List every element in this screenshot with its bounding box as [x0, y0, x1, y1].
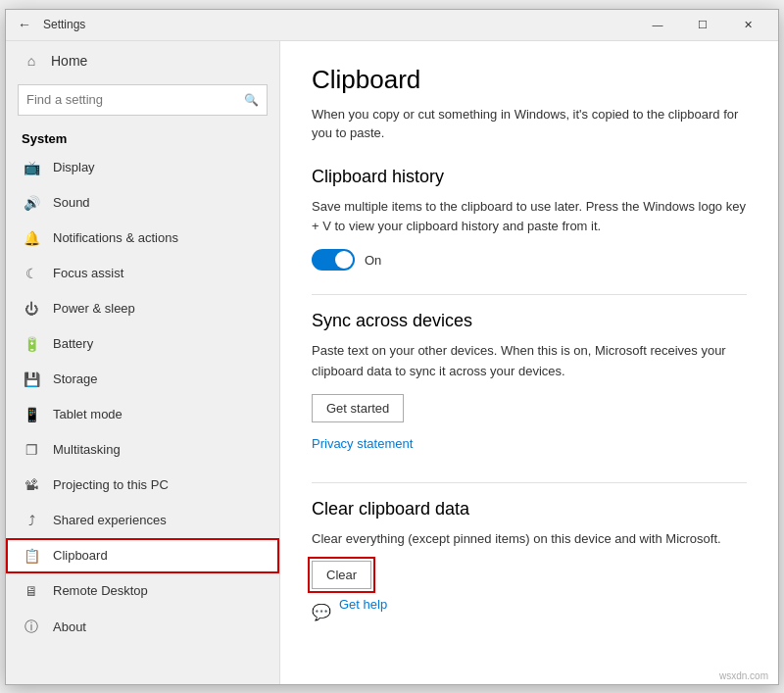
sidebar-item-clipboard[interactable]: 📋 Clipboard	[6, 538, 279, 573]
close-button[interactable]: ✕	[725, 9, 770, 40]
history-desc: Save multiple items to the clipboard to …	[312, 197, 747, 238]
watermark: wsxdn.com	[719, 670, 768, 681]
sidebar-item-label: Power & sleep	[53, 301, 135, 316]
maximize-button[interactable]: ☐	[680, 9, 725, 40]
toggle-label: On	[365, 253, 381, 268]
history-toggle-row: On	[312, 249, 747, 271]
sidebar-item-sound[interactable]: 🔊 Sound	[6, 185, 279, 221]
sidebar-item-label: Multitasking	[53, 442, 121, 457]
get-help-link[interactable]: Get help	[339, 597, 387, 612]
help-icon: 💬	[312, 603, 331, 621]
search-icon: 🔍	[244, 93, 259, 107]
notifications-icon: 🔔	[22, 230, 41, 246]
sidebar-item-label: Sound	[53, 195, 90, 210]
sidebar-item-label: Shared experiences	[53, 513, 167, 527]
window-title: Settings	[43, 18, 85, 31]
page-title: Clipboard	[312, 65, 747, 95]
back-button[interactable]: ←	[14, 13, 35, 36]
sidebar-item-label: About	[53, 619, 86, 634]
sync-desc: Paste text on your other devices. When t…	[312, 341, 747, 382]
tablet-icon: 📱	[22, 407, 41, 422]
display-icon: 📺	[22, 160, 41, 175]
multitasking-icon: ❐	[22, 442, 41, 458]
remote-icon: 🖥	[22, 583, 41, 599]
main-content: ⌂ Home 🔍 System 📺 Display 🔊 Sound 🔔 Noti	[6, 41, 778, 684]
sidebar: ⌂ Home 🔍 System 📺 Display 🔊 Sound 🔔 Noti	[6, 41, 280, 684]
sidebar-item-storage[interactable]: 💾 Storage	[6, 362, 279, 397]
sidebar-item-home[interactable]: ⌂ Home	[6, 41, 279, 80]
sidebar-item-about[interactable]: ⓘ About	[6, 609, 279, 646]
sidebar-item-shared[interactable]: ⤴ Shared experiences	[6, 503, 279, 538]
battery-icon: 🔋	[22, 336, 41, 352]
sidebar-item-power[interactable]: ⏻ Power & sleep	[6, 291, 279, 326]
about-icon: ⓘ	[22, 619, 41, 636]
settings-window: ← Settings — ☐ ✕ ⌂ Home 🔍 System	[5, 9, 779, 685]
sidebar-item-label: Display	[53, 160, 95, 174]
sidebar-item-display[interactable]: 📺 Display	[6, 150, 279, 185]
sound-icon: 🔊	[22, 195, 41, 211]
get-started-button[interactable]: Get started	[312, 394, 404, 422]
sidebar-item-tablet[interactable]: 📱 Tablet mode	[6, 397, 279, 432]
power-icon: ⏻	[22, 301, 41, 317]
privacy-link[interactable]: Privacy statement	[312, 436, 413, 451]
titlebar-left: ← Settings	[14, 13, 85, 36]
history-title: Clipboard history	[312, 167, 747, 187]
sidebar-item-notifications[interactable]: 🔔 Notifications & actions	[6, 221, 279, 256]
content-area: Clipboard When you copy or cut something…	[280, 41, 778, 684]
sidebar-item-label: Storage	[53, 371, 98, 386]
clear-desc: Clear everything (except pinned items) o…	[312, 529, 747, 550]
sidebar-item-multitasking[interactable]: ❐ Multitasking	[6, 432, 279, 468]
sidebar-item-remote[interactable]: 🖥 Remote Desktop	[6, 573, 279, 609]
sidebar-item-projecting[interactable]: 📽 Projecting to this PC	[6, 468, 279, 503]
sidebar-item-label: Tablet mode	[53, 407, 122, 421]
storage-icon: 💾	[22, 371, 41, 387]
page-description: When you copy or cut something in Window…	[312, 105, 747, 143]
sync-title: Sync across devices	[312, 311, 747, 331]
clear-title: Clear clipboard data	[312, 499, 747, 520]
divider-2	[312, 482, 747, 483]
focus-icon: ☾	[22, 266, 41, 281]
sidebar-item-label: Clipboard	[53, 548, 108, 563]
home-icon: ⌂	[22, 53, 41, 69]
search-input[interactable]	[26, 92, 244, 107]
clear-button[interactable]: Clear	[312, 561, 371, 589]
divider-1	[312, 294, 747, 295]
clipboard-icon: 📋	[22, 548, 41, 564]
shared-icon: ⤴	[22, 513, 41, 528]
help-row: 💬 Get help	[312, 597, 747, 627]
projecting-icon: 📽	[22, 477, 41, 493]
sidebar-item-battery[interactable]: 🔋 Battery	[6, 326, 279, 362]
search-box: 🔍	[18, 84, 268, 116]
titlebar: ← Settings — ☐ ✕	[6, 10, 778, 41]
sidebar-item-focus[interactable]: ☾ Focus assist	[6, 256, 279, 291]
sidebar-item-label: Remote Desktop	[53, 583, 148, 598]
home-label: Home	[51, 53, 87, 69]
history-toggle[interactable]	[312, 249, 355, 271]
sidebar-item-label: Projecting to this PC	[53, 477, 169, 492]
window-controls: — ☐ ✕	[635, 9, 770, 40]
sidebar-section-title: System	[6, 124, 279, 150]
sidebar-item-label: Battery	[53, 336, 93, 351]
minimize-button[interactable]: —	[635, 9, 680, 40]
sidebar-item-label: Focus assist	[53, 266, 123, 280]
sidebar-item-label: Notifications & actions	[53, 230, 178, 245]
